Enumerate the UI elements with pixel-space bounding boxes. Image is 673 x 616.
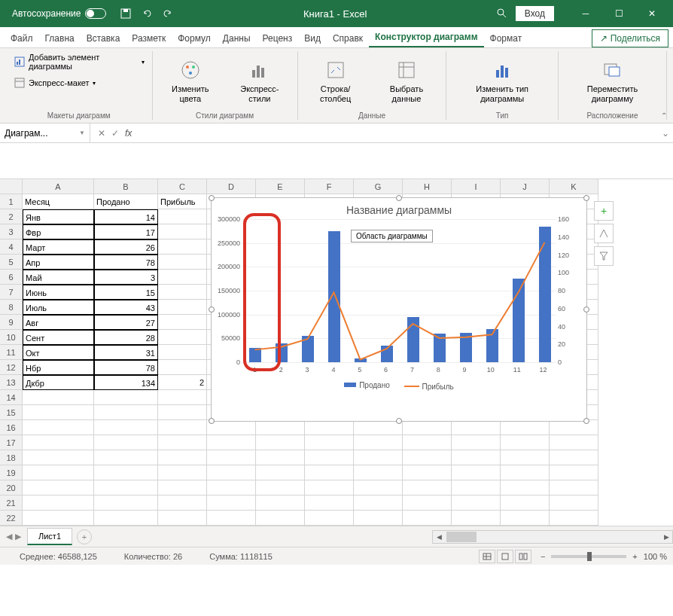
row-header[interactable]: 22 <box>0 511 22 526</box>
cell[interactable]: 15 <box>94 285 158 300</box>
cell[interactable] <box>354 480 403 496</box>
col-header[interactable]: H <box>403 179 452 194</box>
tab-review[interactable]: Реценз <box>257 29 299 47</box>
col-header[interactable]: F <box>305 179 354 194</box>
autosave-toggle[interactable]: Автосохранение <box>12 8 106 19</box>
cell[interactable] <box>354 420 403 435</box>
col-header[interactable]: D <box>207 179 256 194</box>
cell[interactable] <box>23 420 94 435</box>
cell[interactable] <box>305 465 354 480</box>
cell[interactable]: Янв <box>23 209 94 224</box>
close-button[interactable]: ✕ <box>637 3 667 24</box>
cell[interactable] <box>403 480 452 496</box>
cell[interactable] <box>305 480 354 496</box>
cell[interactable] <box>354 435 403 450</box>
expand-formula-icon[interactable]: ⌄ <box>658 128 673 139</box>
cell[interactable] <box>158 300 207 315</box>
cell[interactable] <box>354 496 403 511</box>
cell[interactable]: Дкбр <box>23 375 94 390</box>
fx-icon[interactable]: fx <box>125 128 132 139</box>
cell[interactable] <box>207 465 256 480</box>
select-all-cell[interactable] <box>0 179 22 194</box>
cell[interactable] <box>158 496 207 511</box>
cell[interactable] <box>403 450 452 465</box>
row-header[interactable]: 5 <box>0 255 22 270</box>
cell[interactable] <box>23 496 94 511</box>
cell[interactable]: 14 <box>94 209 158 224</box>
maximize-button[interactable]: ☐ <box>604 3 634 24</box>
scroll-right-icon[interactable]: ▶ <box>660 533 672 541</box>
cell[interactable] <box>158 209 207 224</box>
row-header[interactable]: 16 <box>0 420 22 435</box>
cell[interactable] <box>94 390 158 405</box>
cell[interactable] <box>550 496 598 511</box>
cancel-formula-icon[interactable]: ✕ <box>98 128 105 139</box>
change-colors-button[interactable]: Изменить цвета <box>159 56 223 104</box>
cell[interactable] <box>550 480 598 496</box>
cell[interactable] <box>23 480 94 496</box>
sheet-nav-prev[interactable]: ◀ <box>6 532 12 541</box>
row-header[interactable]: 14 <box>0 390 22 405</box>
cell[interactable] <box>256 450 305 465</box>
cell[interactable] <box>256 465 305 480</box>
col-header[interactable]: G <box>354 179 403 194</box>
cell[interactable] <box>452 465 501 480</box>
cell[interactable] <box>158 345 207 360</box>
cell[interactable] <box>354 450 403 465</box>
cell[interactable]: 43 <box>94 300 158 315</box>
cell[interactable] <box>305 420 354 435</box>
cell[interactable] <box>550 465 598 480</box>
cell[interactable] <box>207 480 256 496</box>
cell[interactable] <box>23 465 94 480</box>
cell[interactable] <box>256 420 305 435</box>
cell[interactable]: Июль <box>23 300 94 315</box>
cell[interactable]: 27 <box>94 315 158 330</box>
cell[interactable]: Окт <box>23 345 94 360</box>
row-header[interactable]: 11 <box>0 345 22 360</box>
cell[interactable] <box>452 496 501 511</box>
move-chart-button[interactable]: Переместить диаграмму <box>565 56 660 104</box>
scrollbar-thumb[interactable] <box>446 532 477 542</box>
zoom-control[interactable]: − + 100 % <box>541 552 667 561</box>
row-header[interactable]: 15 <box>0 405 22 420</box>
cell[interactable] <box>207 420 256 435</box>
row-header[interactable]: 20 <box>0 480 22 496</box>
tab-view[interactable]: Вид <box>298 29 327 47</box>
cell[interactable]: 17 <box>94 224 158 239</box>
cell[interactable] <box>501 435 550 450</box>
change-chart-type-button[interactable]: Изменить тип диаграммы <box>452 56 552 104</box>
col-header[interactable]: E <box>256 179 305 194</box>
view-page-break-button[interactable] <box>515 550 531 563</box>
zoom-level[interactable]: 100 % <box>644 552 667 561</box>
row-header[interactable]: 12 <box>0 360 22 375</box>
cell[interactable]: Прибыль <box>158 194 207 209</box>
redo-icon[interactable] <box>162 8 174 20</box>
cell[interactable] <box>207 450 256 465</box>
cell[interactable] <box>158 285 207 300</box>
col-header[interactable]: J <box>501 179 550 194</box>
view-normal-button[interactable] <box>479 550 495 563</box>
col-header[interactable]: K <box>550 179 598 194</box>
cell[interactable]: 28 <box>94 330 158 345</box>
cell[interactable] <box>452 420 501 435</box>
chart-styles-button[interactable] <box>594 224 614 243</box>
cell[interactable] <box>94 405 158 420</box>
cell[interactable] <box>305 450 354 465</box>
add-sheet-button[interactable]: + <box>77 529 92 544</box>
scroll-left-icon[interactable]: ◀ <box>433 533 445 541</box>
login-button[interactable]: Вход <box>516 6 554 21</box>
cell[interactable] <box>94 420 158 435</box>
zoom-out-button[interactable]: − <box>541 552 545 561</box>
cell[interactable] <box>403 435 452 450</box>
cell[interactable] <box>94 480 158 496</box>
name-box[interactable]: Диаграм...▼ <box>0 124 90 142</box>
row-header[interactable]: 13 <box>0 375 22 390</box>
tab-file[interactable]: Файл <box>5 29 39 47</box>
cell[interactable]: 3 <box>94 270 158 285</box>
cell[interactable]: 134 <box>94 375 158 390</box>
cell[interactable] <box>501 511 550 526</box>
cell[interactable] <box>94 465 158 480</box>
cell[interactable]: 78 <box>94 255 158 270</box>
chart-object[interactable]: + Название диаграммы Область диаграммы 3… <box>211 197 587 422</box>
cell[interactable] <box>354 465 403 480</box>
